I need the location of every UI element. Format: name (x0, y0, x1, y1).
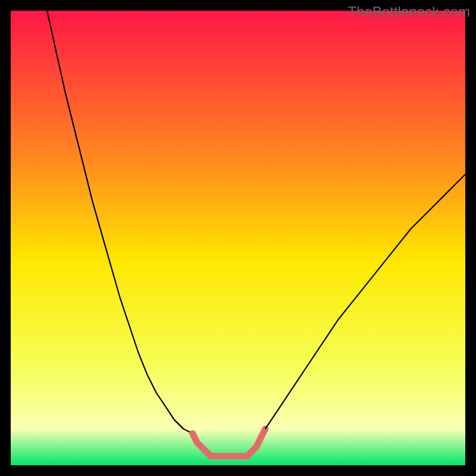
chart-frame: TheBottleneck.com (0, 0, 476, 476)
watermark-text: TheBottleneck.com (348, 4, 470, 20)
bottleneck-chart (0, 0, 476, 476)
plot-background (11, 11, 465, 465)
